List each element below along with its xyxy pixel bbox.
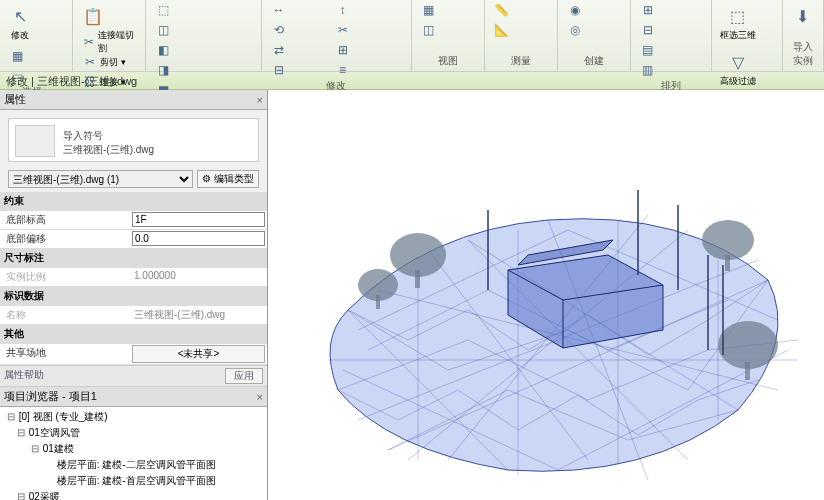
tree-twisty-icon[interactable]: ⊟ bbox=[30, 443, 40, 454]
ribbon-icon: ⊞ bbox=[639, 2, 657, 18]
ribbon-button[interactable]: ⊞ bbox=[332, 42, 392, 58]
ribbon-button[interactable]: ◧ bbox=[152, 42, 212, 58]
ribbon-button[interactable]: ▽高级过滤 bbox=[718, 48, 758, 90]
ribbon-button[interactable]: ↔ bbox=[268, 2, 328, 18]
browser-title: 项目浏览器 - 项目1 bbox=[4, 389, 97, 404]
cat-dimensions[interactable]: 尺寸标注 bbox=[0, 249, 267, 268]
browser-tree: ⊟ [0] 视图 (专业_建模)⊟ 01空调风管⊟ 01建模 楼层平面: 建模-… bbox=[0, 407, 267, 500]
ribbon-icon: ⬚ bbox=[726, 4, 750, 28]
ribbon-button[interactable]: ⊞ bbox=[637, 2, 697, 18]
ribbon-button[interactable]: ◫ bbox=[418, 22, 478, 38]
ribbon-button[interactable]: ✂连接端切割 bbox=[79, 34, 139, 50]
ribbon-icon: ⟲ bbox=[270, 22, 288, 38]
scene-svg bbox=[268, 90, 824, 500]
ribbon-icon: ◧ bbox=[154, 42, 172, 58]
ribbon-button[interactable]: ↖修改 bbox=[6, 2, 34, 44]
ribbon-icon: 📏 bbox=[493, 2, 511, 18]
base-level-input[interactable] bbox=[132, 212, 265, 227]
ribbon-button[interactable]: ⬚ bbox=[152, 2, 212, 18]
ribbon-icon: 📋 bbox=[81, 4, 105, 28]
ribbon-icon: ≡ bbox=[334, 62, 352, 78]
svg-rect-5 bbox=[745, 362, 750, 380]
ribbon-button[interactable]: 📋 bbox=[79, 2, 107, 30]
tree-node[interactable]: 楼层平面: 建模-二层空调风管平面图 bbox=[2, 457, 265, 473]
properties-help-link[interactable]: 属性帮助 bbox=[4, 368, 44, 384]
ribbon-button[interactable]: 📏 bbox=[491, 2, 551, 18]
param-base-level: 底部标高 bbox=[0, 211, 267, 230]
ribbon-button[interactable]: 📐 bbox=[491, 22, 551, 38]
edit-type-icon: ⚙ bbox=[202, 173, 211, 184]
tree-node-label: 01空调风管 bbox=[26, 427, 80, 438]
base-offset-input[interactable] bbox=[132, 231, 265, 246]
tree-twisty-icon[interactable]: ⊟ bbox=[16, 491, 26, 500]
ribbon-button[interactable]: ≡ bbox=[332, 62, 392, 78]
left-panel: 属性 × 导入符号 三维视图-(三维).dwg 三维视图-(三维).dwg (1… bbox=[0, 90, 268, 500]
ribbon-icon: ▤ bbox=[639, 42, 657, 58]
tree-node[interactable]: ⊟ 01空调风管 bbox=[2, 425, 265, 441]
ribbon-button[interactable]: ⬚框选三维 bbox=[718, 2, 758, 44]
tree-twisty-icon[interactable]: ⊟ bbox=[6, 411, 16, 422]
element-thumbnail bbox=[15, 125, 55, 157]
browser-header: 项目浏览器 - 项目1 × bbox=[0, 387, 267, 407]
workspace: 属性 × 导入符号 三维视图-(三维).dwg 三维视图-(三维).dwg (1… bbox=[0, 90, 824, 500]
cat-other[interactable]: 其他 bbox=[0, 325, 267, 344]
close-icon[interactable]: × bbox=[257, 94, 263, 106]
ribbon-button[interactable]: ▦ bbox=[418, 2, 478, 18]
ribbon-button[interactable]: ◨ bbox=[152, 62, 212, 78]
ribbon-group-label: 导入实例 bbox=[789, 39, 817, 69]
ribbon-button[interactable]: ◎ bbox=[564, 22, 624, 38]
close-icon[interactable]: × bbox=[257, 391, 263, 403]
ribbon-icon: ✂ bbox=[81, 54, 99, 70]
ribbon-button[interactable]: ⊟ bbox=[637, 22, 697, 38]
ribbon-button[interactable]: ✂ bbox=[332, 22, 392, 38]
tree-node-label: 楼层平面: 建模-首层空调风管平面图 bbox=[54, 475, 216, 486]
svg-rect-1 bbox=[415, 270, 420, 288]
param-base-offset: 底部偏移 bbox=[0, 230, 267, 249]
ribbon-icon: ✂ bbox=[334, 22, 352, 38]
ribbon-button-label: 高级过滤 bbox=[720, 75, 756, 88]
instance-selector-row: 三维视图-(三维).dwg (1) ⚙ 编辑类型 bbox=[8, 170, 259, 188]
tree-node[interactable]: 楼层平面: 建模-首层空调风管平面图 bbox=[2, 473, 265, 489]
instance-selector[interactable]: 三维视图-(三维).dwg (1) bbox=[8, 170, 193, 188]
cat-identity[interactable]: 标识数据 bbox=[0, 287, 267, 306]
cat-constraints[interactable]: 约束 bbox=[0, 192, 267, 211]
tree-node[interactable]: ⊟ 02采暖 bbox=[2, 489, 265, 500]
tree-node[interactable]: ⊟ [0] 视图 (专业_建模) bbox=[2, 409, 265, 425]
ribbon-group: 📋✂连接端切割✂剪切 ▾⛓连接 ▾剪贴板 bbox=[73, 0, 146, 71]
ribbon-button[interactable]: ⟲ bbox=[268, 22, 328, 38]
edit-type-button[interactable]: ⚙ 编辑类型 bbox=[197, 170, 259, 188]
ribbon-icon: ⬚ bbox=[154, 2, 172, 18]
param-instance-scale: 实例比例 1.000000 bbox=[0, 268, 267, 287]
element-type-box[interactable]: 导入符号 三维视图-(三维).dwg bbox=[8, 118, 259, 162]
apply-button[interactable]: 应用 bbox=[225, 368, 263, 384]
param-shared-site: 共享场地 <未共享> bbox=[0, 344, 267, 365]
ribbon-button[interactable]: ◫ bbox=[152, 22, 212, 38]
ribbon-button[interactable]: ↕ bbox=[332, 2, 392, 18]
ribbon-button[interactable]: ▥ bbox=[637, 62, 697, 78]
ribbon-button[interactable]: ⇄ bbox=[268, 42, 328, 58]
ribbon-icon: ▥ bbox=[639, 62, 657, 78]
ribbon-icon: ⊟ bbox=[639, 22, 657, 38]
ribbon-button[interactable]: ⊟ bbox=[268, 62, 328, 78]
tree-node[interactable]: ⊟ 01建模 bbox=[2, 441, 265, 457]
ribbon-button-label: 修改 bbox=[11, 29, 29, 42]
tree-twisty-icon[interactable]: ⊟ bbox=[16, 427, 26, 438]
properties-header: 属性 × bbox=[0, 90, 267, 110]
properties-footer: 属性帮助 应用 bbox=[0, 365, 267, 387]
ribbon-icon: ▦ bbox=[420, 2, 438, 18]
ribbon-button[interactable]: ⬇ bbox=[789, 2, 817, 30]
ribbon-button[interactable]: ✂剪切 ▾ bbox=[79, 54, 139, 70]
ribbon-button[interactable]: ▤ bbox=[637, 42, 697, 58]
svg-rect-3 bbox=[725, 255, 730, 271]
ribbon-icon: ◫ bbox=[420, 22, 438, 38]
properties-title: 属性 bbox=[4, 92, 26, 107]
shared-site-button[interactable]: <未共享> bbox=[132, 345, 265, 363]
3d-viewport[interactable] bbox=[268, 90, 824, 500]
ribbon-group: ⬚◫◧◨⬒⬓几何图形 bbox=[146, 0, 262, 71]
ribbon-group: ⬚框选三维▽高级过滤⇥偏移对齐✎框选改名✖删除图层建模大师（通用） bbox=[712, 0, 783, 71]
ribbon-icon: ◨ bbox=[154, 62, 172, 78]
ribbon-group-label: 创建 bbox=[564, 53, 624, 69]
ribbon-button[interactable]: ▦ bbox=[6, 48, 66, 64]
ribbon-group: ⬇导入实例 bbox=[783, 0, 824, 71]
ribbon-button[interactable]: ◉ bbox=[564, 2, 624, 18]
